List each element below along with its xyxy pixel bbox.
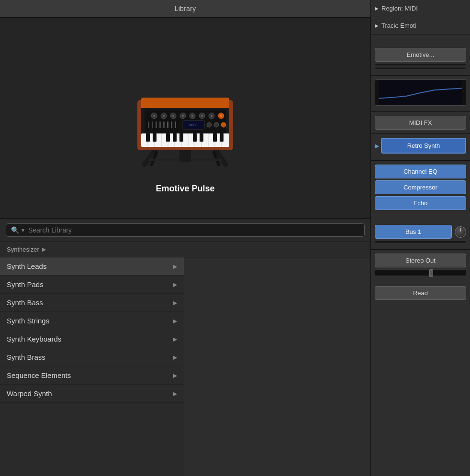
svg-rect-9 — [141, 103, 229, 108]
category-item-synth-strings[interactable]: Synth Strings ▶ — [0, 312, 184, 330]
level-bar-2 — [375, 67, 466, 69]
svg-point-12 — [153, 115, 155, 117]
chevron-right-icon: ▶ — [173, 281, 177, 288]
emotive-button[interactable]: Emotive... — [375, 48, 466, 62]
category-label: Synth Keyboards — [7, 335, 61, 343]
svg-rect-29 — [156, 122, 157, 128]
chevron-right-icon: ▶ — [173, 390, 177, 397]
svg-rect-61 — [220, 133, 224, 142]
svg-rect-56 — [173, 133, 177, 142]
svg-point-22 — [201, 115, 203, 117]
svg-point-37 — [207, 122, 212, 127]
midi-fx-section: MIDI FX — [371, 112, 470, 134]
search-icon-wrap[interactable]: 🔍 ▼ — [11, 226, 25, 234]
echo-button[interactable]: Echo — [375, 196, 466, 210]
category-list: Synth Leads ▶Synth Pads ▶Synth Bass ▶Syn… — [0, 257, 370, 476]
empty-column — [184, 257, 370, 476]
svg-point-16 — [172, 115, 174, 117]
svg-point-18 — [182, 115, 184, 117]
svg-point-38 — [214, 122, 219, 127]
category-item-sequence-elements[interactable]: Sequence Elements ▶ — [0, 366, 184, 385]
breadcrumb: Synthesizer ▶ — [0, 242, 370, 257]
right-panel-spacer — [371, 304, 470, 476]
category-item-synth-pads[interactable]: Synth Pads ▶ — [0, 276, 184, 294]
category-label: Synth Brass — [7, 353, 45, 361]
svg-rect-34 — [175, 122, 176, 128]
track-row[interactable]: ▶ Track: Emoti — [371, 17, 470, 34]
level-bar-1 — [375, 64, 466, 66]
library-title: Library — [175, 5, 196, 12]
chevron-right-icon: ▶ — [173, 354, 177, 361]
svg-text:MOOG: MOOG — [190, 123, 198, 127]
svg-rect-57 — [179, 133, 183, 142]
svg-rect-54 — [153, 133, 157, 142]
chevron-right-icon: ▶ — [173, 336, 177, 343]
svg-point-14 — [163, 115, 165, 117]
category-item-synth-brass[interactable]: Synth Brass ▶ — [0, 348, 184, 366]
midi-fx-button[interactable]: MIDI FX — [375, 116, 466, 130]
fader-bar[interactable] — [375, 269, 466, 276]
svg-rect-27 — [148, 122, 149, 128]
synth-image: MOOG — [109, 43, 262, 177]
stereo-out-section: Stereo Out — [371, 250, 470, 282]
retro-synth-play-icon: ▶ — [375, 143, 379, 149]
svg-point-20 — [191, 115, 193, 117]
library-header: Library — [0, 0, 370, 18]
retro-synth-button[interactable]: Retro Synth — [381, 138, 466, 154]
emotive-section: Emotive... — [371, 44, 470, 76]
fx-section: Channel EQ Compressor Echo — [371, 161, 470, 216]
category-label: Synth Pads — [7, 280, 44, 288]
retro-synth-section: ▶ Retro Synth — [371, 134, 470, 161]
category-item-synth-bass[interactable]: Synth Bass ▶ — [0, 294, 184, 312]
breadcrumb-arrow-icon: ▶ — [42, 246, 46, 253]
svg-rect-58 — [193, 133, 197, 142]
svg-rect-59 — [200, 133, 203, 142]
chevron-right-icon: ▶ — [173, 318, 177, 324]
read-section: Read — [371, 282, 470, 304]
svg-rect-31 — [163, 122, 165, 128]
search-input[interactable] — [28, 226, 359, 234]
eq-section — [371, 76, 470, 112]
compressor-button[interactable]: Compressor — [375, 180, 466, 194]
read-button[interactable]: Read — [375, 286, 466, 300]
chevron-right-icon: ▶ — [173, 299, 177, 306]
search-bar[interactable]: 🔍 ▼ — [6, 223, 365, 237]
left-panel: Library — [0, 0, 371, 476]
fader-thumb[interactable] — [429, 269, 433, 277]
stereo-out-button[interactable]: Stereo Out — [375, 254, 466, 267]
channel-eq-button[interactable]: Channel EQ — [375, 165, 466, 178]
eq-curve-svg — [375, 80, 466, 105]
right-panel: ▶ Region: MIDI ▶ Track: Emoti Emotive...… — [371, 0, 470, 476]
svg-rect-32 — [167, 122, 168, 128]
svg-point-24 — [211, 115, 213, 117]
category-label: Warped Synth — [7, 389, 52, 398]
track-label: Track: Emoti — [381, 22, 416, 29]
breadcrumb-category[interactable]: Synthesizer — [7, 246, 39, 253]
instrument-name: Emotive Pulse — [156, 184, 214, 194]
bus-knob[interactable] — [455, 226, 466, 238]
search-dropdown-arrow[interactable]: ▼ — [21, 228, 25, 233]
category-item-warped-synth[interactable]: Warped Synth ▶ — [0, 385, 184, 403]
svg-rect-30 — [159, 122, 161, 128]
search-icon: 🔍 — [11, 226, 19, 234]
region-label: Region: MIDI — [381, 5, 418, 12]
region-triangle-icon: ▶ — [375, 6, 379, 11]
category-label: Synth Bass — [7, 299, 43, 307]
svg-point-26 — [220, 115, 222, 117]
svg-point-39 — [221, 122, 226, 127]
category-label: Synth Leads — [7, 262, 46, 270]
eq-display[interactable] — [375, 79, 466, 106]
category-column: Synth Leads ▶Synth Pads ▶Synth Bass ▶Syn… — [0, 257, 184, 476]
svg-rect-60 — [213, 133, 217, 142]
svg-rect-28 — [152, 122, 153, 128]
category-item-synth-keyboards[interactable]: Synth Keyboards ▶ — [0, 330, 184, 348]
instrument-preview: MOOG — [0, 18, 370, 219]
region-row[interactable]: ▶ Region: MIDI — [371, 0, 470, 17]
category-label: Synth Strings — [7, 317, 49, 325]
retro-synth-row: ▶ Retro Synth — [375, 138, 466, 154]
bus-button[interactable]: Bus 1 — [375, 225, 452, 239]
search-bar-container: 🔍 ▼ — [0, 219, 370, 242]
track-triangle-icon: ▶ — [375, 23, 379, 28]
category-item-synth-leads[interactable]: Synth Leads ▶ — [0, 257, 184, 276]
bus-section: Bus 1 — [371, 221, 470, 250]
